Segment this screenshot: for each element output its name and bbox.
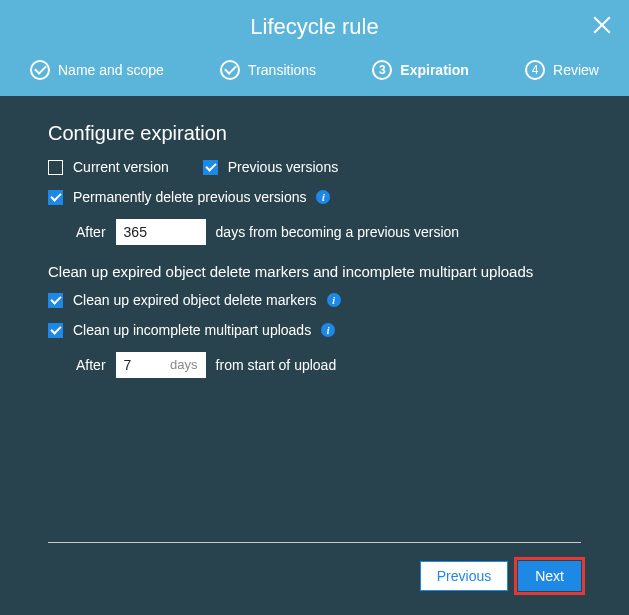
perm-delete-days-row: After days from becoming a previous vers… xyxy=(48,219,581,245)
step-review[interactable]: 4 Review xyxy=(525,60,599,80)
step-transitions[interactable]: Transitions xyxy=(220,60,316,80)
multipart-days-input[interactable] xyxy=(116,352,206,378)
version-options-row: Current version Previous versions xyxy=(48,159,581,175)
modal-header: Lifecycle rule Name and scope Transition… xyxy=(0,0,629,96)
step-label: Review xyxy=(553,62,599,78)
step-name-and-scope[interactable]: Name and scope xyxy=(30,60,164,80)
step-number-icon: 3 xyxy=(372,60,392,80)
multipart-suffix: from start of upload xyxy=(216,357,337,373)
current-version-label: Current version xyxy=(73,159,169,175)
info-icon[interactable]: i xyxy=(321,323,335,337)
check-icon xyxy=(30,60,50,80)
step-label: Expiration xyxy=(400,62,468,78)
step-expiration[interactable]: 3 Expiration xyxy=(372,60,468,80)
modal-title: Lifecycle rule xyxy=(20,14,609,52)
delete-markers-checkbox[interactable] xyxy=(48,293,63,308)
delete-markers-row: Clean up expired object delete markers i xyxy=(48,292,581,308)
section-title: Configure expiration xyxy=(48,122,581,145)
modal-footer: Previous Next xyxy=(0,543,629,615)
lifecycle-rule-modal: Lifecycle rule Name and scope Transition… xyxy=(0,0,629,615)
cleanup-title: Clean up expired object delete markers a… xyxy=(48,263,581,280)
after-label: After xyxy=(76,357,106,373)
previous-versions-label: Previous versions xyxy=(228,159,339,175)
info-icon[interactable]: i xyxy=(316,190,330,204)
wizard-steps: Name and scope Transitions 3 Expiration … xyxy=(20,52,609,96)
perm-delete-days-input[interactable] xyxy=(116,219,206,245)
close-icon[interactable] xyxy=(591,14,613,36)
multipart-row: Clean up incomplete multipart uploads i xyxy=(48,322,581,338)
multipart-checkbox[interactable] xyxy=(48,323,63,338)
next-button[interactable]: Next xyxy=(518,561,581,591)
step-label: Name and scope xyxy=(58,62,164,78)
current-version-checkbox[interactable] xyxy=(48,160,63,175)
previous-versions-checkbox[interactable] xyxy=(203,160,218,175)
perm-delete-row: Permanently delete previous versions i xyxy=(48,189,581,205)
info-icon[interactable]: i xyxy=(327,293,341,307)
previous-button[interactable]: Previous xyxy=(420,561,508,591)
perm-delete-label: Permanently delete previous versions xyxy=(73,189,306,205)
multipart-days-row: After days from start of upload xyxy=(48,352,581,378)
perm-delete-checkbox[interactable] xyxy=(48,190,63,205)
perm-delete-suffix: days from becoming a previous version xyxy=(216,224,460,240)
after-label: After xyxy=(76,224,106,240)
multipart-label: Clean up incomplete multipart uploads xyxy=(73,322,311,338)
step-number-icon: 4 xyxy=(525,60,545,80)
modal-body: Configure expiration Current version Pre… xyxy=(0,96,629,532)
delete-markers-label: Clean up expired object delete markers xyxy=(73,292,317,308)
check-icon xyxy=(220,60,240,80)
step-label: Transitions xyxy=(248,62,316,78)
